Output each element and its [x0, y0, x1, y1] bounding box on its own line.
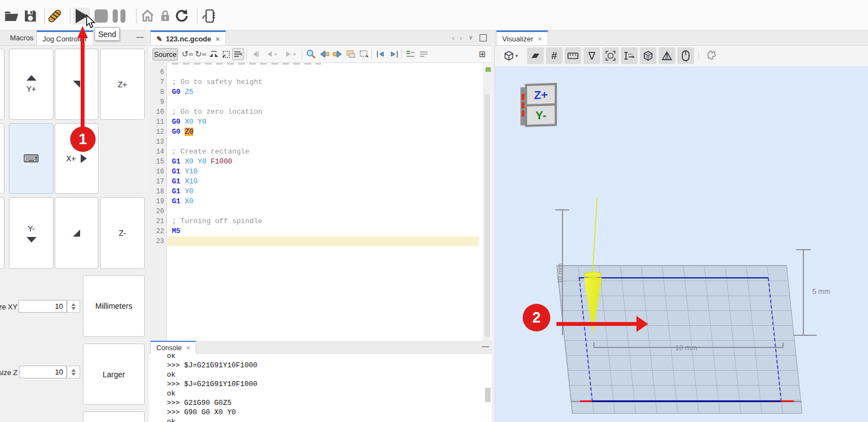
insert-snippet-icon[interactable] [220, 48, 232, 60]
tool-cone-top [584, 272, 602, 278]
toggle-model-button[interactable] [640, 48, 656, 64]
home-button[interactable] [139, 8, 156, 24]
step-size-xy-input[interactable] [18, 300, 67, 313]
close-tab-icon[interactable]: × [215, 35, 220, 43]
document-list-icon[interactable]: ∨ [469, 34, 473, 41]
code-line[interactable]: 21; Turning off spindle [149, 217, 478, 226]
code-line[interactable]: 9 [149, 97, 478, 107]
format-lines-icon[interactable] [232, 48, 244, 60]
source-view-button[interactable]: Source [152, 48, 178, 61]
toggle-orientation-button[interactable] [659, 48, 675, 64]
pendant-button[interactable] [200, 8, 217, 24]
code-line[interactable]: 7; Go to safety height [149, 77, 478, 87]
last-edit-icon[interactable] [250, 48, 262, 60]
toggle-tool-button[interactable]: ∇ [583, 48, 600, 64]
jog-yplus-button[interactable]: Y+ [9, 49, 54, 120]
jog-zminus-button[interactable]: Z- [100, 197, 145, 269]
code-line[interactable]: 12G0 Z0 [149, 127, 478, 137]
shift-left-icon[interactable] [375, 48, 387, 60]
save-button[interactable] [22, 8, 39, 24]
toggle-ruler-button[interactable] [565, 48, 581, 64]
jog-xminus-button[interactable] [0, 123, 4, 194]
editor-scrollbar-thumb[interactable] [485, 94, 490, 337]
visualizer-scene[interactable]: 10 mm 5 mm 10 mm Z+ Y- 2 [495, 66, 868, 422]
code-area[interactable]: 67; Go to safety height8G0 Z5910; Go to … [149, 63, 492, 341]
code-line[interactable]: 17G1 X10 [149, 177, 478, 187]
close-visualizer-icon[interactable]: × [538, 35, 542, 43]
console-scrollbar-thumb[interactable] [485, 388, 491, 402]
jog-xplus-yminus-button[interactable] [55, 197, 98, 269]
find-icon[interactable] [305, 48, 317, 60]
step-smaller-button-partial[interactable] [83, 412, 145, 422]
code-line[interactable]: 10; Go to zero location [149, 107, 478, 117]
view-preset-button[interactable]: ▾ [499, 48, 522, 64]
toggle-dimensions-button[interactable] [621, 48, 638, 64]
code-line[interactable]: 19G1 X0 [149, 197, 478, 207]
toolbar-separator [302, 49, 302, 59]
code-line[interactable]: 18G1 Y0 [149, 187, 478, 197]
code-line[interactable]: 13 [149, 137, 478, 147]
rotate-ccw-icon[interactable]: ↺90 [181, 48, 193, 60]
step-size-xy-spinner[interactable] [67, 300, 80, 313]
back-icon[interactable] [264, 48, 281, 60]
prev-document-icon[interactable]: ‹ [452, 34, 454, 42]
minimize-console-button[interactable]: — [482, 342, 489, 350]
jog-xplus-yplus-button[interactable] [55, 49, 98, 120]
code-line[interactable]: 15G1 X0 Y0 F1000 [149, 157, 478, 167]
tab-console[interactable]: Console × [150, 341, 196, 354]
forward-icon[interactable] [283, 48, 299, 60]
code-line[interactable]: 6 [149, 67, 478, 77]
jog-zplus-button[interactable]: Z+ [100, 49, 145, 120]
plugin-settings-button[interactable] [703, 48, 719, 64]
next-document-icon[interactable]: › [460, 34, 462, 42]
uncomment-icon[interactable] [418, 48, 430, 60]
units-button[interactable]: Millimeters [83, 275, 145, 337]
tab-macros[interactable]: Macros [4, 30, 39, 45]
dimension-label-left: 10 mm [556, 263, 564, 284]
code-line[interactable]: 22M5 [149, 226, 478, 236]
jog-yplus-label: Y+ [27, 85, 36, 93]
toggle-plane-button[interactable] [527, 48, 544, 64]
code-line[interactable]: 23 [149, 236, 478, 246]
console-output[interactable]: ok>>> $J=G21G91Y10F1000ok>>> $J=G21G91Y1… [149, 354, 492, 422]
code-line[interactable]: 20 [149, 207, 478, 217]
code-line[interactable]: 16G1 Y10 [149, 167, 478, 177]
soft-reset-button[interactable] [173, 8, 190, 24]
step-size-z-spinner[interactable] [67, 366, 80, 378]
connect-button[interactable] [46, 8, 63, 24]
editor-scrollbar[interactable] [484, 72, 491, 341]
toggle-grid-button[interactable]: # [546, 48, 562, 64]
keyboard-jog-button[interactable]: ⌨ [9, 123, 54, 194]
jog-xminus-yminus-button[interactable] [0, 197, 4, 269]
toggle-mouse-control-button[interactable] [677, 48, 694, 64]
orientation-cube[interactable]: Z+ Y- [520, 83, 558, 130]
code-line[interactable]: 8G0 Z5 [149, 87, 478, 97]
open-file-button[interactable] [3, 8, 20, 24]
code-line[interactable]: 11G0 X0 Y0 [149, 117, 478, 127]
jog-yminus-button[interactable]: Y- [9, 197, 54, 269]
rotate-cw-icon[interactable]: ↻90 [194, 48, 207, 60]
code-line[interactable]: 14; Create rectangle [149, 147, 478, 157]
plug-icon [46, 8, 63, 24]
minimize-panel-button[interactable]: — [136, 33, 144, 41]
maximize-window-icon[interactable] [480, 34, 487, 41]
mirror-icon[interactable] [208, 48, 220, 60]
console-panel: Console × — ok>>> $J=G21G91Y10F1000ok>>>… [149, 341, 492, 422]
rectangular-selection-icon[interactable] [358, 48, 370, 60]
step-larger-button[interactable]: Larger [83, 344, 145, 405]
split-window-icon[interactable]: ⊞ [476, 48, 488, 60]
jog-xminus-yplus-button[interactable] [0, 49, 4, 120]
toggle-highlight-icon[interactable] [345, 48, 357, 60]
next-occurrence-icon[interactable] [332, 48, 344, 60]
tab-gcode-file[interactable]: ✎ 123.nc.gcode × [150, 30, 226, 45]
cube-face-yminus[interactable]: Y- [525, 103, 557, 127]
shift-right-icon[interactable] [388, 48, 400, 60]
unlock-button[interactable] [157, 8, 173, 24]
pause-button[interactable] [111, 8, 127, 24]
comment-icon[interactable] [404, 48, 417, 60]
toggle-bounds-button[interactable] [602, 48, 619, 64]
previous-occurrence-icon[interactable] [318, 48, 330, 60]
step-size-z-input[interactable] [19, 366, 67, 378]
tab-visualizer[interactable]: Visualizer × [496, 30, 548, 45]
close-console-icon[interactable]: × [186, 344, 191, 352]
